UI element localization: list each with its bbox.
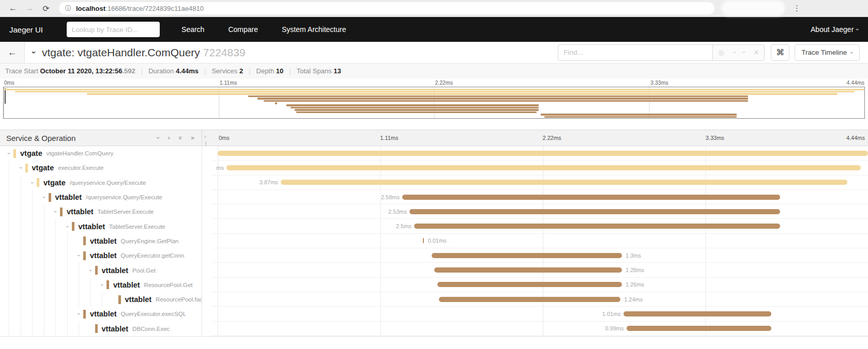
expand-all-icon[interactable]: » [191, 134, 194, 141]
tree-timeline-divider[interactable] [202, 176, 212, 190]
span-collapse-icon[interactable]: › [75, 252, 83, 259]
tree-timeline-divider[interactable] [202, 278, 212, 292]
tree-timeline-divider[interactable] [202, 263, 212, 277]
nav-item-search[interactable]: Search [181, 25, 204, 34]
span-tree-item-dbconn-exec[interactable]: vttabletDBConn.Exec [0, 322, 202, 336]
expand-one-level-icon[interactable]: › [168, 134, 170, 141]
address-bar[interactable]: ⓘ localhost:16686/trace/7224839c11ae4810 [59, 2, 714, 14]
tree-timeline-divider[interactable] [202, 248, 212, 263]
summary-total-spans: Total Spans 13 [297, 67, 341, 75]
brand-jaeger-ui[interactable]: Jaeger UI [9, 25, 43, 34]
tree-timeline-divider[interactable] [202, 322, 212, 336]
find-next-icon[interactable]: › [740, 51, 748, 53]
tree-timeline-divider[interactable] [202, 204, 212, 219]
span-duration-bar[interactable] [281, 180, 848, 185]
tree-timeline-divider[interactable] [202, 219, 212, 233]
span-duration-bar[interactable] [434, 267, 622, 273]
span-duration-bar[interactable] [226, 165, 861, 170]
operation-name: /queryservice.Query/Execute [70, 180, 146, 186]
span-tree-item-resourcepool-factory[interactable]: vttabletResourcePool.factory [0, 292, 202, 307]
expand-panel-icon[interactable]: › [204, 134, 206, 139]
span-duration-bar[interactable] [423, 238, 424, 243]
span-duration-bar[interactable] [627, 326, 772, 331]
span-tree-item-queryexecutor-getconn[interactable]: ›vttabletQueryExecutor.getConn [0, 248, 202, 263]
tree-timeline-divider[interactable] [202, 234, 212, 248]
span-tree-item-vtgatehandler-comquery[interactable]: ›vtgatevtgateHandler.ComQuery [0, 146, 202, 161]
span-timeline-cell[interactable]: ms [212, 161, 868, 175]
span-tree-item--queryservice-query-execute[interactable]: ›vtgate/queryservice.Query/Execute [0, 176, 202, 190]
tree-timeline-divider[interactable] [202, 307, 212, 321]
span-timeline-cell[interactable]: 3.87ms [212, 176, 868, 190]
span-tree-item--queryservice-query-execute[interactable]: ›vttablet/queryservice.Query/Execute [0, 190, 202, 204]
span-timeline-cell[interactable]: 1.26ms [212, 278, 868, 292]
span-duration-bar[interactable] [437, 282, 622, 287]
span-duration-bar[interactable] [218, 151, 868, 156]
tree-indent-guide [9, 204, 9, 219]
url-path: :16686/trace/7224839c11ae4810 [105, 5, 204, 12]
span-timeline-cell[interactable]: 1.28ms [212, 263, 868, 277]
tree-timeline-divider[interactable] [202, 146, 212, 161]
nav-item-system-architecture[interactable]: System Architecture [282, 25, 346, 34]
tree-timeline-divider[interactable] [202, 161, 212, 175]
collapse-trace-detail-icon[interactable]: › [30, 51, 39, 54]
span-collapse-icon[interactable]: › [64, 224, 72, 230]
span-timeline-cell[interactable]: 1.24ms [212, 292, 868, 307]
collapse-all-icon[interactable]: » [177, 136, 184, 140]
find-prev-icon[interactable]: › [729, 51, 737, 53]
keyboard-shortcuts-button[interactable]: ⌘ [771, 44, 789, 61]
span-timeline-cell[interactable]: 2.58ms [212, 190, 868, 204]
span-collapse-icon[interactable]: › [5, 150, 13, 156]
tree-indent-guide [79, 263, 79, 277]
span-collapse-icon[interactable]: › [87, 267, 95, 274]
browser-reload-icon[interactable]: ⟳ [39, 4, 53, 13]
span-collapse-icon[interactable]: › [40, 194, 49, 200]
span-duration-bar[interactable] [432, 253, 622, 258]
span-tree-item-queryexecutor-execsql[interactable]: ›vttabletQueryExecutor.execSQL [0, 307, 202, 321]
span-timeline-cell[interactable]: 0.01ms [212, 234, 868, 248]
tree-timeline-divider[interactable] [202, 292, 212, 307]
browser-back-icon[interactable]: ← [6, 4, 20, 13]
nav-item-compare[interactable]: Compare [228, 25, 258, 34]
span-timeline-cell[interactable]: 2.5ms [212, 219, 868, 233]
minimap-scrubber-handle[interactable] [5, 88, 6, 104]
collapse-one-level-icon[interactable]: › [155, 137, 162, 139]
span-collapse-icon[interactable]: › [75, 311, 83, 317]
site-info-icon[interactable]: ⓘ [65, 4, 71, 13]
span-timeline-cell[interactable]: 1.01ms [212, 307, 868, 321]
column-resizer[interactable]: › ∥ [202, 130, 212, 146]
span-timeline-cell[interactable]: 0.99ms [212, 322, 868, 336]
clear-find-icon[interactable]: ✕ [753, 49, 759, 56]
browser-forward-icon[interactable]: → [23, 4, 36, 13]
span-collapse-icon[interactable]: › [28, 180, 37, 186]
span-tree-item-executor-execute[interactable]: ›vtgateexecutor.Execute [0, 161, 202, 175]
span-duration-label: 1.26ms [626, 281, 644, 288]
span-tree-item-tabletserver-execute[interactable]: ›vttabletTabletServer.Execute [0, 204, 202, 219]
span-collapse-icon[interactable]: › [52, 209, 60, 215]
span-tree-item-tabletserver-execute[interactable]: ›vttabletTabletServer.Execute [0, 219, 202, 233]
span-duration-bar[interactable] [623, 311, 771, 316]
span-duration-bar[interactable] [414, 224, 780, 229]
tree-timeline-divider[interactable] [202, 190, 212, 204]
span-timeline-cell[interactable] [212, 146, 868, 161]
trace-view-selector[interactable]: Trace Timeline › [795, 44, 860, 61]
minimap-canvas[interactable] [3, 87, 865, 119]
find-input[interactable] [558, 44, 713, 61]
span-tree-item-queryengine-getplan[interactable]: vttabletQueryEngine.GetPlan [0, 234, 202, 248]
browser-menu-icon[interactable]: ⋮ [793, 4, 800, 13]
span-duration-bar[interactable] [402, 195, 780, 200]
span-duration-bar[interactable] [439, 297, 620, 302]
span-timeline-cell[interactable]: 2.53ms [212, 204, 868, 219]
operation-name: ResourcePool.Get [144, 282, 193, 288]
span-collapse-icon[interactable]: › [17, 165, 25, 171]
span-tree-item-pool-get[interactable]: ›vttabletPool.Get [0, 263, 202, 277]
span-duration-bar[interactable] [409, 209, 780, 214]
span-tree-item-resourcepool-get[interactable]: ›vttabletResourcePool.Get [0, 278, 202, 292]
span-collapse-icon[interactable]: › [98, 282, 106, 288]
about-jaeger-menu[interactable]: About Jaeger › [811, 25, 859, 34]
back-button[interactable]: ← [0, 42, 25, 63]
span-timeline-cell[interactable]: 1.3ms [212, 248, 868, 263]
span-bar-track: 1.3ms [218, 248, 868, 262]
trace-id-lookup-input[interactable] [67, 22, 160, 37]
summary-separator: | [141, 67, 143, 75]
focus-span-icon[interactable]: ◎ [718, 49, 724, 56]
